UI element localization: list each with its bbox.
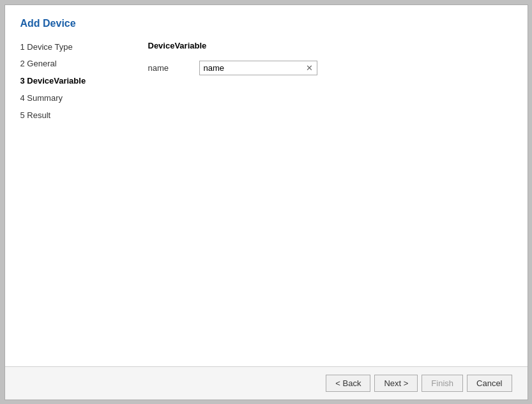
sidebar-item-device-type[interactable]: 1 Device Type [20, 41, 135, 54]
name-label: name [148, 63, 199, 73]
name-input[interactable] [199, 61, 317, 75]
section-title: DeviceVariable [148, 41, 512, 50]
dialog-title: Add Device [20, 18, 512, 29]
sidebar-item-devicevariable[interactable]: 3 DeviceVariable [20, 75, 135, 88]
sidebar-item-result[interactable]: 5 Result [20, 109, 135, 123]
finish-button[interactable]: Finish [422, 375, 463, 392]
add-device-dialog: Add Device 1 Device Type 2 General 3 Dev… [4, 4, 528, 400]
main-area: DeviceVariable name ✕ [135, 41, 512, 354]
dialog-footer: < Back Next > Finish Cancel [5, 366, 528, 400]
name-input-wrapper: ✕ [199, 61, 317, 75]
cancel-button[interactable]: Cancel [467, 375, 512, 392]
clear-name-button[interactable]: ✕ [305, 63, 315, 73]
sidebar-item-summary[interactable]: 4 Summary [20, 92, 135, 105]
sidebar: 1 Device Type 2 General 3 DeviceVariable… [20, 41, 135, 354]
dialog-body: 1 Device Type 2 General 3 DeviceVariable… [20, 41, 512, 354]
name-field-row: name ✕ [148, 61, 512, 75]
sidebar-item-general[interactable]: 2 General [20, 57, 135, 71]
back-button[interactable]: < Back [326, 375, 370, 392]
next-button[interactable]: Next > [374, 375, 418, 392]
dialog-content: Add Device 1 Device Type 2 General 3 Dev… [5, 5, 528, 366]
